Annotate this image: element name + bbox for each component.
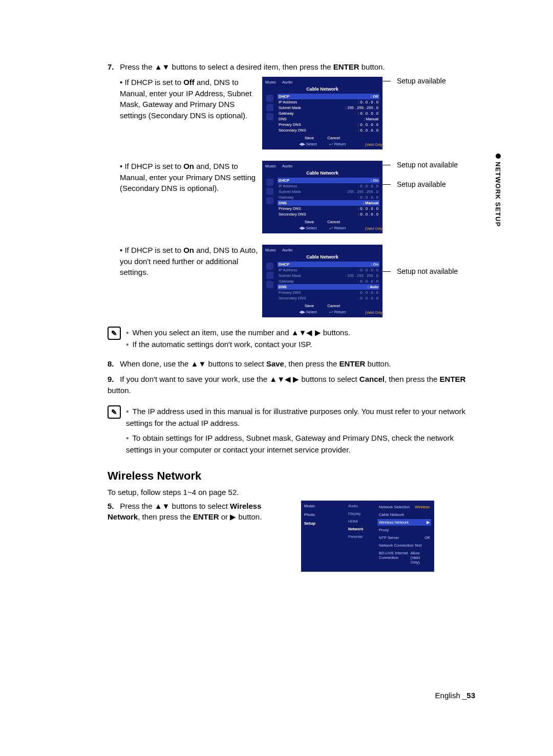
page-footer: English _53	[435, 691, 475, 700]
musicnote-icon	[266, 263, 273, 270]
annotations-1: Setup available	[388, 77, 446, 85]
step-7: 7. Press the ▲▼ buttons to select a desi…	[108, 61, 481, 73]
note-block-2: ✎ The IP address used in this manual is …	[108, 405, 481, 456]
step-text: When done, use the ▲▼ buttons to select …	[120, 359, 391, 368]
bullet-dhcp-on-manual: If DHCP is set to On and, DNS to Manual,…	[120, 161, 481, 233]
annotation-setup-not-available: Setup not available	[388, 267, 458, 275]
settings-row: DNS: Manual	[278, 116, 379, 122]
screenshot-group-3: MusicAudio Cable Network DHCP: OnIP Addr…	[262, 245, 458, 317]
settings-row: Secondary DNS: 0 . 0 . 0 . 0	[278, 295, 379, 301]
settings-row: DHCP: Off	[278, 94, 379, 99]
wireless-intro: To setup, follow steps 1~4 on page 52.	[108, 488, 481, 496]
settings-row: Gateway: 0 . 0 . 0 . 0	[278, 278, 379, 284]
settings-row: Secondary DNS: 0 . 0 . 0 . 0	[278, 127, 379, 133]
musicnote-icon	[266, 95, 273, 102]
musicnote-icon	[266, 179, 273, 186]
note-item: If the automatic settings don't work, co…	[126, 338, 350, 350]
screenshot-group-1: MusicAudio Cable Network DHCP: OffIP Add…	[262, 77, 446, 149]
settings-row: Primary DNS: 0 . 0 . 0 . 0	[278, 290, 379, 295]
note-icon: ✎	[108, 327, 121, 340]
step-5-row: 5. Press the ▲▼ buttons to select Wirele…	[108, 501, 481, 572]
lock-icon	[266, 113, 273, 120]
bullet-dhcp-off: If DHCP is set to Off and, DNS to Manual…	[120, 77, 481, 149]
settings-row: DHCP: On	[278, 262, 379, 267]
menu-category: Music	[304, 504, 345, 508]
screenshot-network-menu: MusicPhotoSetup AudioDisplayHDMINetworkP…	[301, 501, 434, 572]
menu-item-row: Network SelectionWireless	[377, 504, 431, 510]
screenshot-dhcp-on-auto: MusicAudio Cable Network DHCP: OnIP Addr…	[262, 245, 382, 317]
menu-category: Photo	[304, 512, 345, 517]
note-item: The IP address used in this manual is fo…	[126, 405, 481, 429]
step-5: 5. Press the ▲▼ buttons to select Wirele…	[108, 501, 276, 523]
settings-row: Gateway: 0 . 0 . 0 . 0	[278, 111, 379, 116]
step-number: 7.	[108, 61, 118, 73]
settings-row: IP Address: 0 . 0 . 0 . 0	[278, 183, 379, 189]
menu-subcategory: HDMI	[348, 519, 376, 524]
note-block-1: ✎ When you select an item, use the numbe…	[108, 327, 481, 351]
menu-item-row: Network Connection Test	[377, 542, 431, 549]
menu-item-row: Proxy	[377, 527, 431, 533]
footer-language: English	[435, 691, 460, 700]
note-item: To obtain settings for IP address, Subne…	[126, 432, 481, 456]
side-dot-icon	[496, 154, 501, 159]
annotation-setup-available: Setup available	[388, 180, 458, 188]
bullet-text: If DHCP is set to Off and, DNS to Manual…	[120, 77, 262, 121]
settings-row: Subnet Mask: 255 . 255 . 255 . 0	[278, 273, 379, 278]
step-text: Press the ▲▼ buttons to select Wireless …	[108, 502, 262, 522]
gear-icon	[266, 104, 273, 111]
note-icon: ✎	[108, 405, 121, 419]
step-9: 9. If you don't want to save your work, …	[108, 374, 481, 396]
menu-item-row: NTP ServerOff	[377, 534, 431, 541]
annotation-setup-available: Setup available	[388, 77, 446, 85]
annotations-2: Setup not available Setup available	[388, 161, 458, 188]
settings-row: DHCP: On	[278, 178, 379, 183]
note-list: The IP address used in this manual is fo…	[126, 405, 481, 456]
settings-row: Gateway: 0 . 0 . 0 . 0	[278, 195, 379, 200]
screenshot-dhcp-on-manual: MusicAudio Cable Network DHCP: OnIP Addr…	[262, 161, 382, 233]
settings-row: IP Address: 0 . 0 . 0 . 0	[278, 99, 379, 105]
menu-category: Setup	[304, 521, 345, 526]
note-list: When you select an item, use the number …	[126, 327, 350, 351]
menu-subcategory: Parental	[348, 534, 376, 539]
step-8: 8. When done, use the ▲▼ buttons to sele…	[108, 358, 481, 370]
settings-row: DNS: Auto	[278, 284, 379, 290]
settings-row: Subnet Mask: 255 . 255 . 255 . 0	[278, 189, 379, 195]
step-text: Press the ▲▼ buttons to select a desired…	[120, 62, 385, 71]
lock-icon	[266, 281, 273, 288]
section-heading-wireless: Wireless Network	[108, 469, 481, 483]
settings-row: Subnet Mask: 255 . 255 . 255 . 0	[278, 105, 379, 111]
menu-subcategory: Display	[348, 511, 376, 516]
manual-page: NETWORK SETUP 7. Press the ▲▼ buttons to…	[0, 0, 553, 756]
settings-row: Primary DNS: 0 . 0 . 0 . 0	[278, 122, 379, 127]
note-item: When you select an item, use the number …	[126, 327, 350, 338]
step-text: If you don't want to save your work, use…	[108, 375, 465, 395]
gear-icon	[266, 188, 273, 195]
lock-icon	[266, 197, 273, 204]
bullet-text: If DHCP is set to On and, DNS to Auto, y…	[120, 245, 262, 278]
step-number: 8.	[108, 358, 118, 370]
side-tab-label: NETWORK SETUP	[494, 162, 502, 227]
bullet-dhcp-on-auto: If DHCP is set to On and, DNS to Auto, y…	[120, 245, 481, 317]
screenshot-group-2: MusicAudio Cable Network DHCP: OnIP Addr…	[262, 161, 458, 233]
step-number: 5.	[108, 501, 118, 512]
page-number: 53	[466, 691, 475, 700]
settings-row: DNS: Manual	[278, 200, 379, 206]
gear-icon	[266, 272, 273, 279]
annotations-3: Setup not available	[388, 245, 458, 275]
settings-row: Secondary DNS: 0 . 0 . 0 . 0	[278, 211, 379, 217]
screenshot-dhcp-off: MusicAudio Cable Network DHCP: OffIP Add…	[262, 77, 382, 149]
step-number: 9.	[108, 374, 118, 385]
settings-row: Primary DNS: 0 . 0 . 0 . 0	[278, 206, 379, 211]
side-tab: NETWORK SETUP	[494, 154, 502, 227]
menu-subcategory: Audio	[348, 504, 376, 508]
menu-item-row: BD-LIVE Internet ConnectionAllow (Valid …	[377, 550, 431, 566]
bullet-text: If DHCP is set to On and, DNS to Manual,…	[120, 161, 262, 194]
settings-row: IP Address: 0 . 0 . 0 . 0	[278, 267, 379, 273]
menu-item-row: Cable Network	[377, 511, 431, 518]
menu-item-row: Wireless Network▶	[377, 519, 431, 526]
menu-subcategory: Network	[348, 527, 376, 531]
annotation-setup-not-available: Setup not available	[388, 161, 458, 169]
